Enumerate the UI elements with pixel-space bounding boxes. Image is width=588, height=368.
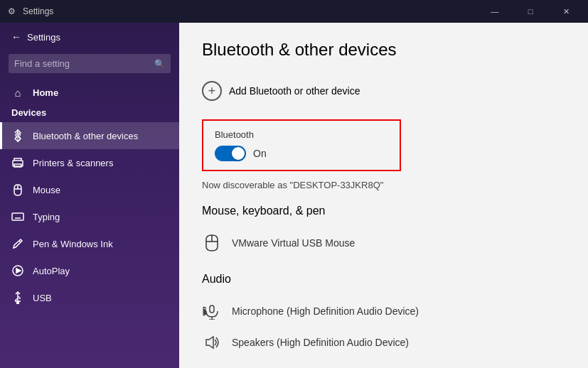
- toggle-thumb: [232, 147, 245, 160]
- svg-marker-11: [16, 269, 21, 273]
- svg-line-26: [203, 307, 206, 308]
- mouse-keyboard-section: Mouse, keyboard, & pen VMware Virtual US…: [202, 205, 565, 259]
- microphone-icon: [202, 301, 222, 321]
- search-box[interactable]: 🔍: [9, 54, 171, 73]
- bluetooth-section: Bluetooth On: [202, 119, 401, 171]
- list-item: Microphone (High Definition Audio Device…: [202, 296, 565, 327]
- bluetooth-icon: [11, 129, 24, 142]
- nav-back[interactable]: ← Settings: [0, 23, 179, 51]
- mouse-keyboard-heading: Mouse, keyboard, & pen: [202, 205, 565, 217]
- sidebar-pen-label: Pen & Windows Ink: [33, 239, 113, 249]
- svg-point-18: [17, 302, 19, 304]
- page-title: Bluetooth & other devices: [202, 40, 565, 60]
- minimize-button[interactable]: —: [479, 0, 511, 23]
- typing-icon: [11, 210, 24, 223]
- add-device-label: Add Bluetooth or other device: [229, 85, 360, 97]
- mouse-device-icon: [202, 233, 222, 253]
- svg-rect-4: [12, 213, 23, 220]
- sidebar-item-autoplay[interactable]: AutoPlay: [0, 257, 179, 284]
- audio-heading: Audio: [202, 273, 565, 286]
- svg-rect-1: [14, 164, 21, 167]
- sidebar-item-pen[interactable]: Pen & Windows Ink: [0, 230, 179, 257]
- sidebar-item-printers[interactable]: Printers & scanners: [0, 149, 179, 176]
- sidebar-home-label: Home: [33, 87, 58, 98]
- settings-app-icon: ⚙: [6, 6, 17, 17]
- sidebar: ← Settings 🔍 ⌂ Home Devices Bluetooth: [0, 23, 179, 368]
- home-icon: ⌂: [11, 86, 24, 99]
- mouse-device-name: VMware Virtual USB Mouse: [232, 237, 355, 249]
- sidebar-item-bluetooth[interactable]: Bluetooth & other devices: [0, 122, 179, 149]
- titlebar-controls: — □ ✕: [479, 0, 582, 23]
- bluetooth-toggle[interactable]: [215, 146, 246, 161]
- pen-icon: [11, 237, 24, 250]
- bluetooth-toggle-label: On: [253, 148, 267, 159]
- titlebar-title: Settings: [23, 6, 53, 16]
- sidebar-mouse-label: Mouse: [33, 185, 60, 195]
- svg-marker-25: [203, 308, 206, 314]
- toggle-row: On: [215, 146, 388, 161]
- svg-rect-23: [210, 305, 214, 313]
- maximize-button[interactable]: □: [514, 0, 547, 23]
- titlebar: ⚙ Settings — □ ✕: [0, 0, 588, 23]
- sidebar-usb-label: USB: [33, 293, 52, 303]
- add-device-button[interactable]: + Add Bluetooth or other device: [202, 74, 360, 108]
- sidebar-section-devices: Devices: [0, 103, 179, 122]
- search-input[interactable]: [14, 58, 149, 69]
- svg-line-9: [19, 241, 21, 242]
- bluetooth-section-label: Bluetooth: [215, 129, 388, 140]
- sidebar-item-usb[interactable]: USB: [0, 284, 179, 311]
- sidebar-home[interactable]: ⌂ Home: [0, 82, 179, 103]
- search-icon: 🔍: [154, 59, 165, 69]
- speakers-device-name: Speakers (High Definition Audio Device): [232, 337, 409, 348]
- audio-section: Audio Microphone (High Defin: [202, 273, 565, 358]
- sidebar-typing-label: Typing: [33, 212, 60, 222]
- svg-line-27: [203, 314, 206, 315]
- printer-icon: [11, 156, 24, 169]
- microphone-device-name: Microphone (High Definition Audio Device…: [232, 305, 419, 317]
- usb-icon: [11, 291, 24, 304]
- autoplay-icon: [11, 264, 24, 277]
- list-item: Speakers (High Definition Audio Device): [202, 327, 565, 358]
- sidebar-item-mouse[interactable]: Mouse: [0, 176, 179, 203]
- svg-marker-29: [206, 337, 213, 348]
- add-circle-icon: +: [202, 81, 222, 101]
- nav-back-label: Settings: [27, 32, 60, 43]
- speakers-icon: [202, 332, 222, 352]
- back-arrow-icon: ←: [11, 31, 21, 43]
- close-button[interactable]: ✕: [550, 0, 582, 23]
- sidebar-bluetooth-label: Bluetooth & other devices: [33, 131, 138, 141]
- sidebar-printers-label: Printers & scanners: [33, 158, 113, 168]
- main-layout: ← Settings 🔍 ⌂ Home Devices Bluetooth: [0, 23, 588, 368]
- discoverable-text: Now discoverable as "DESKTOP-33JKR8Q": [202, 180, 565, 190]
- sidebar-autoplay-label: AutoPlay: [33, 266, 70, 276]
- titlebar-left: ⚙ Settings: [6, 6, 53, 17]
- list-item: VMware Virtual USB Mouse: [202, 227, 565, 259]
- content-area: Bluetooth & other devices + Add Bluetoot…: [179, 23, 588, 368]
- sidebar-item-typing[interactable]: Typing: [0, 203, 179, 230]
- mouse-icon: [11, 183, 24, 196]
